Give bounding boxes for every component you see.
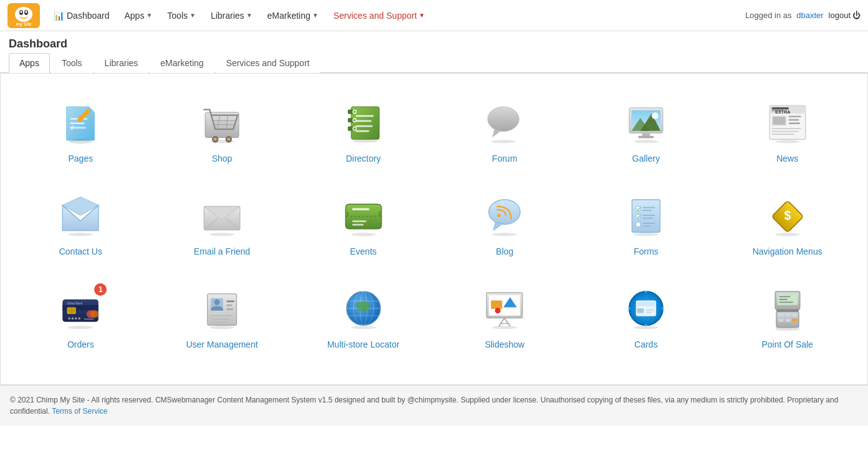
svg-rect-56 bbox=[788, 122, 799, 124]
app-events[interactable]: Events bbox=[296, 179, 431, 266]
svg-point-79 bbox=[493, 233, 518, 236]
svg-point-44 bbox=[652, 112, 658, 119]
pos-icon bbox=[763, 285, 813, 334]
svg-point-108 bbox=[69, 326, 94, 329]
svg-rect-87 bbox=[636, 222, 640, 227]
nav-item-tools[interactable]: Tools ▼ bbox=[161, 7, 202, 24]
contact-us-label: Contact Us bbox=[59, 246, 102, 256]
terms-link[interactable]: Terms of Service bbox=[52, 407, 107, 416]
svg-rect-151 bbox=[779, 301, 793, 303]
svg-rect-82 bbox=[643, 207, 655, 208]
svg-point-102 bbox=[75, 318, 77, 320]
main-content: Pages bbox=[0, 73, 868, 385]
svg-rect-31 bbox=[355, 125, 372, 127]
svg-marker-77 bbox=[493, 222, 503, 231]
svg-rect-117 bbox=[211, 322, 226, 323]
forms-icon bbox=[621, 192, 671, 241]
app-shop[interactable]: Shop bbox=[155, 86, 290, 173]
svg-text:my Site: my Site bbox=[16, 22, 32, 27]
app-forms[interactable]: Forms bbox=[579, 179, 714, 266]
app-forum[interactable]: Forum bbox=[437, 86, 572, 173]
tab-libraries[interactable]: Libraries bbox=[94, 53, 149, 73]
username: dbaxter bbox=[796, 11, 823, 20]
svg-point-145 bbox=[662, 307, 664, 309]
app-pages[interactable]: Pages bbox=[13, 86, 148, 173]
svg-rect-115 bbox=[211, 315, 233, 316]
svg-rect-53 bbox=[773, 117, 785, 125]
top-nav: my Site 📊 Dashboard Apps ▼ Tools ▼ Libra… bbox=[0, 0, 868, 31]
svg-point-65 bbox=[69, 233, 94, 236]
svg-point-61 bbox=[775, 140, 800, 143]
orders-label: Orders bbox=[67, 339, 94, 349]
tab-tools[interactable]: Tools bbox=[51, 53, 93, 73]
blog-icon bbox=[480, 192, 529, 241]
app-slideshow[interactable]: Slideshow bbox=[437, 272, 572, 359]
app-pos[interactable]: Point Of Sale bbox=[720, 272, 855, 359]
gallery-label: Gallery bbox=[632, 154, 660, 163]
svg-point-142 bbox=[645, 290, 647, 293]
caret-icon: ▼ bbox=[312, 12, 319, 19]
caret-icon: ▼ bbox=[190, 12, 196, 19]
nav-dashboard[interactable]: 📊 Dashboard bbox=[47, 7, 116, 24]
app-email-friend[interactable]: Email a Friend bbox=[155, 179, 290, 266]
svg-rect-32 bbox=[355, 130, 369, 132]
svg-rect-89 bbox=[643, 225, 651, 227]
svg-rect-72 bbox=[352, 208, 369, 211]
app-directory[interactable]: Directory bbox=[296, 86, 431, 173]
tab-apps[interactable]: Apps bbox=[9, 53, 50, 73]
svg-point-37 bbox=[488, 107, 519, 132]
svg-point-75 bbox=[351, 233, 376, 236]
svg-rect-88 bbox=[643, 223, 655, 224]
orders-badge: 1 bbox=[94, 283, 107, 296]
svg-rect-57 bbox=[771, 128, 801, 129]
svg-rect-83 bbox=[643, 210, 652, 211]
nav-item-apps[interactable]: Apps ▼ bbox=[118, 7, 159, 24]
app-user-management[interactable]: User Management bbox=[155, 272, 290, 359]
events-label: Events bbox=[350, 246, 377, 256]
app-gallery[interactable]: Gallery bbox=[579, 86, 714, 173]
tab-services[interactable]: Services and Support bbox=[216, 53, 321, 73]
caret-icon: ▼ bbox=[419, 12, 425, 19]
svg-line-132 bbox=[499, 318, 504, 327]
svg-rect-113 bbox=[226, 305, 232, 306]
svg-rect-157 bbox=[785, 318, 790, 321]
slideshow-label: Slideshow bbox=[485, 339, 524, 349]
svg-rect-114 bbox=[226, 308, 233, 310]
svg-rect-158 bbox=[792, 318, 797, 321]
svg-rect-140 bbox=[646, 309, 654, 311]
forms-label: Forms bbox=[634, 246, 658, 256]
svg-rect-155 bbox=[792, 313, 797, 316]
forum-label: Forum bbox=[492, 154, 517, 163]
nav-item-libraries[interactable]: Libraries ▼ bbox=[205, 7, 259, 24]
svg-point-24 bbox=[210, 140, 234, 143]
svg-rect-30 bbox=[355, 120, 371, 122]
svg-rect-74 bbox=[352, 224, 364, 226]
app-blog[interactable]: Blog bbox=[437, 179, 572, 266]
app-nav-menus[interactable]: $ Navigation Menus bbox=[720, 179, 855, 266]
svg-point-33 bbox=[353, 139, 378, 142]
svg-rect-54 bbox=[788, 115, 801, 117]
logo[interactable]: my Site bbox=[7, 3, 40, 28]
svg-line-133 bbox=[504, 318, 510, 327]
app-contact-us[interactable]: Contact Us bbox=[13, 179, 148, 266]
contact-us-icon bbox=[55, 192, 105, 241]
svg-point-118 bbox=[210, 326, 234, 329]
svg-rect-46 bbox=[638, 136, 653, 139]
app-multistore[interactable]: Multi-store Locator bbox=[296, 272, 431, 359]
nav-item-emarketing[interactable]: eMarketing ▼ bbox=[261, 7, 325, 24]
orders-icon: 1 bbox=[55, 285, 105, 334]
svg-rect-156 bbox=[778, 318, 783, 321]
nav-item-services[interactable]: Services and Support ▼ bbox=[327, 7, 432, 24]
nav-links: 📊 Dashboard Apps ▼ Tools ▼ Libraries ▼ e… bbox=[47, 7, 745, 24]
app-cards[interactable]: Cards bbox=[579, 272, 714, 359]
tab-emarketing[interactable]: eMarketing bbox=[150, 53, 214, 73]
svg-rect-139 bbox=[637, 308, 644, 313]
svg-point-1 bbox=[15, 7, 32, 22]
svg-point-90 bbox=[634, 233, 658, 236]
blog-label: Blog bbox=[496, 246, 513, 256]
svg-text:EXTRA: EXTRA bbox=[775, 109, 790, 115]
app-news[interactable]: EXTRA News bbox=[720, 86, 855, 173]
logout-button[interactable]: logout ⏻ bbox=[829, 11, 861, 20]
app-orders[interactable]: 1 bbox=[13, 272, 148, 359]
nav-menus-label: Navigation Menus bbox=[753, 246, 822, 256]
